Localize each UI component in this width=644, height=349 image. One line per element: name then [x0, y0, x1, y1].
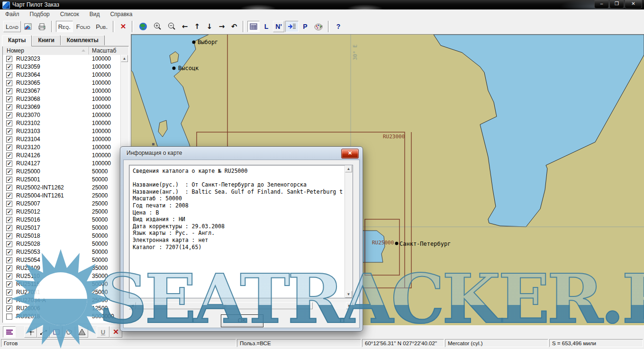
- pan-up-button[interactable]: ↑: [191, 21, 203, 32]
- row-checkbox-checked[interactable]: ✓: [6, 128, 12, 134]
- scroll-up-icon[interactable]: ▲: [121, 55, 128, 62]
- scroll-down-icon[interactable]: ▼: [345, 291, 352, 298]
- menu-view[interactable]: Вид: [84, 11, 105, 18]
- row-checkbox-checked[interactable]: ✓: [6, 112, 12, 118]
- row-checkbox-checked[interactable]: ✓: [6, 305, 12, 312]
- table-row[interactable]: RU920185000000: [3, 313, 121, 321]
- row-checkbox-checked[interactable]: ✓: [6, 144, 12, 151]
- row-checkbox-checked[interactable]: ✓: [6, 185, 12, 191]
- pan-right-button[interactable]: →: [216, 21, 227, 32]
- row-checkbox-checked[interactable]: ✓: [6, 249, 12, 255]
- tab-books[interactable]: Книги: [32, 35, 60, 45]
- table-row[interactable]: ✓RU2511550000: [3, 280, 121, 288]
- row-checkbox-checked[interactable]: ✓: [6, 104, 12, 110]
- table-row[interactable]: ✓RU25002-INT126225000: [3, 184, 121, 192]
- area-select-button[interactable]: [75, 326, 88, 338]
- table-row[interactable]: ✓RU23068100000: [3, 95, 121, 103]
- row-checkbox-checked[interactable]: ✓: [6, 80, 12, 86]
- table-row[interactable]: ✓RU2500050000: [3, 168, 121, 176]
- row-checkbox-checked[interactable]: ✓: [6, 281, 12, 287]
- table-row[interactable]: ✓RU2501650000: [3, 216, 121, 224]
- line-select-button[interactable]: [37, 326, 50, 338]
- pan-left-button[interactable]: ←: [179, 21, 190, 32]
- req-button[interactable]: Req.: [56, 21, 73, 32]
- select-to-list-button[interactable]: [285, 21, 299, 32]
- table-row[interactable]: ✓RU25004-INT126125000: [3, 192, 121, 200]
- tab-sets[interactable]: Комплекты: [61, 35, 105, 45]
- table-row[interactable]: ✓RU2501750000: [3, 224, 121, 232]
- row-checkbox-checked[interactable]: ✓: [6, 136, 12, 143]
- point-select-button[interactable]: [24, 326, 37, 338]
- table-row[interactable]: ✓RU2502850000: [3, 240, 121, 248]
- table-row[interactable]: ✓RU23065100000: [3, 79, 121, 87]
- row-checkbox-checked[interactable]: ✓: [6, 233, 12, 239]
- scroll-left-icon[interactable]: ◄: [129, 302, 136, 309]
- row-checkbox-checked[interactable]: ✓: [6, 289, 12, 295]
- table-row[interactable]: ✓RU23023100000: [3, 55, 121, 63]
- help-button[interactable]: ?: [333, 21, 344, 32]
- open-chart-button[interactable]: [22, 21, 35, 32]
- row-checkbox-unchecked[interactable]: [6, 313, 12, 320]
- table-row[interactable]: ✓RU2501225000: [3, 208, 121, 216]
- row-checkbox-checked[interactable]: ✓: [6, 297, 12, 304]
- print-button[interactable]: [36, 21, 48, 32]
- row-checkbox-checked[interactable]: ✓: [6, 217, 12, 223]
- table-row[interactable]: ✓RU23070100000: [3, 111, 121, 119]
- row-checkbox-checked[interactable]: ✓: [6, 152, 12, 159]
- undo-view-button[interactable]: ↶: [228, 21, 240, 32]
- row-checkbox-checked[interactable]: ✓: [6, 241, 12, 247]
- column-divider[interactable]: [89, 47, 89, 54]
- table-row[interactable]: ✓RU23064100000: [3, 71, 121, 79]
- hscroll-thumb[interactable]: [136, 302, 313, 309]
- table-row[interactable]: ✓RU23103100000: [3, 127, 121, 135]
- table-row[interactable]: ✓RU24127100000: [3, 160, 121, 168]
- table-row[interactable]: ✓RU2505450000: [3, 256, 121, 264]
- table-row[interactable]: ✓RU2500150000: [3, 176, 121, 184]
- row-checkbox-checked[interactable]: ✓: [6, 88, 12, 94]
- close-button[interactable]: ✕: [625, 0, 642, 9]
- tab-charts[interactable]: Карты: [2, 35, 32, 46]
- row-checkbox-checked[interactable]: ✓: [6, 72, 12, 78]
- table-row[interactable]: ✓RU23069100000: [3, 103, 121, 111]
- table-row[interactable]: ✓RU2510935000: [3, 264, 121, 272]
- row-checkbox-checked[interactable]: ✓: [6, 56, 12, 62]
- restore-button[interactable]: ❐: [609, 0, 624, 9]
- world-view-button[interactable]: [136, 21, 150, 32]
- menu-file[interactable]: Файл: [0, 11, 25, 18]
- table-row[interactable]: ✓RU2703125000: [3, 288, 121, 296]
- table-row[interactable]: ✓RU2511035000: [3, 272, 121, 280]
- row-checkbox-checked[interactable]: ✓: [6, 96, 12, 102]
- load-button[interactable]: Load: [3, 21, 21, 32]
- row-checkbox-checked[interactable]: ✓: [6, 273, 12, 279]
- ok-button[interactable]: OK: [221, 314, 263, 327]
- table-row[interactable]: ✓RU24126100000: [3, 152, 121, 160]
- row-checkbox-checked[interactable]: ✓: [6, 265, 12, 271]
- folio-button[interactable]: Folio: [74, 21, 92, 32]
- menu-help[interactable]: Справка: [105, 11, 137, 18]
- menu-selection[interactable]: Подбор: [25, 11, 55, 18]
- row-checkbox-checked[interactable]: ✓: [6, 193, 12, 199]
- column-number[interactable]: Номер: [7, 47, 24, 54]
- table-header[interactable]: Номер Масштаб: [3, 46, 128, 55]
- zoom-in-button[interactable]: [151, 21, 164, 32]
- rect-select-button[interactable]: [50, 326, 63, 338]
- dialog-hscrollbar[interactable]: ◄ ►: [129, 302, 353, 309]
- table-row[interactable]: ✓RU23059100000: [3, 63, 121, 71]
- dialog-vscrollbar[interactable]: ▲ ▼: [345, 165, 353, 298]
- grid-view-button[interactable]: [247, 21, 260, 32]
- row-checkbox-checked[interactable]: ✓: [6, 64, 12, 70]
- scroll-up-icon[interactable]: ▲: [345, 165, 352, 172]
- row-checkbox-checked[interactable]: ✓: [6, 225, 12, 231]
- zoom-out-button[interactable]: [165, 21, 178, 32]
- clear-selection-button[interactable]: ✕: [118, 21, 129, 32]
- row-checkbox-checked[interactable]: ✓: [6, 177, 12, 183]
- underline-button[interactable]: U: [97, 326, 109, 338]
- palette-button[interactable]: [312, 21, 325, 32]
- table-row[interactable]: ✓RU2800612500: [3, 304, 121, 313]
- pub-button[interactable]: Pub.: [93, 21, 110, 32]
- p-mode-button[interactable]: P: [299, 21, 311, 32]
- pan-down-button[interactable]: ↓: [204, 21, 215, 32]
- row-checkbox-checked[interactable]: ✓: [6, 209, 12, 215]
- row-checkbox-checked[interactable]: ✓: [6, 169, 12, 175]
- minimize-button[interactable]: –: [594, 0, 609, 9]
